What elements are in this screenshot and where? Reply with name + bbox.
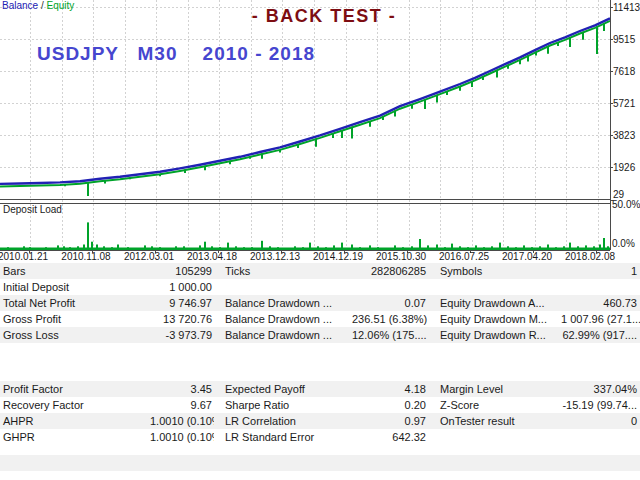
table-spacer bbox=[0, 445, 640, 455]
stat-label: Balance Drawdown ... bbox=[214, 295, 352, 311]
stat-label: Equity Drawdown A... bbox=[428, 295, 561, 311]
stat-label: Gross Loss bbox=[0, 327, 150, 343]
stat-label bbox=[428, 429, 561, 445]
x-axis-tick: 2017.04.20 bbox=[498, 251, 556, 262]
balance-equity-chart[interactable]: Balance / Equity - BACK TEST - USDJPY M3… bbox=[0, 0, 640, 263]
stats-row: Gross Profit13 720.76Balance Drawdown ..… bbox=[0, 311, 640, 327]
stat-value: -15.19 (99.74... bbox=[561, 397, 640, 413]
stat-value: 642.32 bbox=[352, 429, 428, 445]
stat-label: Equity Drawdown M... bbox=[428, 311, 561, 327]
stat-value: 105299 bbox=[150, 263, 214, 279]
stat-value bbox=[561, 279, 640, 295]
x-axis-tick: 2013.04.18 bbox=[183, 251, 241, 262]
stats-row: AHPR1.0010 (0.10%)LR Correlation0.97OnTe… bbox=[0, 413, 640, 429]
chart-canvas bbox=[0, 0, 640, 263]
stats-row: Initial Deposit1 000.00 bbox=[0, 279, 640, 295]
stats-row: Total Net Profit9 746.97Balance Drawdown… bbox=[0, 295, 640, 311]
stat-value: 62.99% (917.... bbox=[561, 327, 640, 343]
x-axis-tick: 2013.12.13 bbox=[246, 251, 304, 262]
deposit-axis-min: 0.0% bbox=[612, 238, 635, 249]
stat-value: 337.04% bbox=[561, 381, 640, 397]
x-axis-tick: 2015.10.30 bbox=[372, 251, 430, 262]
stat-label: Profit Factor bbox=[0, 381, 150, 397]
stat-label bbox=[0, 455, 150, 471]
stat-label bbox=[428, 279, 561, 295]
stat-value: 1 007.96 (27.1... bbox=[561, 311, 640, 327]
x-axis-tick: 2010.11.08 bbox=[57, 251, 115, 262]
stat-value: 0.97 bbox=[352, 413, 428, 429]
stat-value: -3 973.79 bbox=[150, 327, 214, 343]
stat-value: 13 720.76 bbox=[150, 311, 214, 327]
y-axis-tick: 3823 bbox=[613, 130, 640, 141]
stat-value: 9.67 bbox=[150, 397, 214, 413]
stats-row bbox=[0, 455, 640, 471]
stat-value: 0.07 bbox=[352, 295, 428, 311]
stat-label: Expected Payoff bbox=[214, 381, 352, 397]
stat-label: LR Correlation bbox=[214, 413, 352, 429]
stat-label: Symbols bbox=[428, 263, 561, 279]
stat-label: Balance Drawdown ... bbox=[214, 327, 352, 343]
stat-label: Equity Drawdown R... bbox=[428, 327, 561, 343]
deposit-load-label: Deposit Load bbox=[3, 204, 62, 215]
stat-label: Gross Profit bbox=[0, 311, 150, 327]
stat-value: 9 746.97 bbox=[150, 295, 214, 311]
stat-value bbox=[150, 455, 214, 471]
stat-value: 3.45 bbox=[150, 381, 214, 397]
backtest-stats-table: Bars105299Ticks282806285Symbols1Initial … bbox=[0, 263, 640, 471]
stat-value: 1 000.00 bbox=[150, 279, 214, 295]
stat-value: 1.0010 (0.10%) bbox=[150, 413, 214, 429]
y-axis-tick: 9515 bbox=[613, 34, 640, 45]
stat-label: Ticks bbox=[214, 263, 352, 279]
stat-value: 1.0010 (0.10%) bbox=[150, 429, 214, 445]
stat-value: 1 bbox=[561, 263, 640, 279]
y-axis-tick: 11413 bbox=[613, 2, 640, 13]
stats-row: Gross Loss-3 973.79Balance Drawdown ...1… bbox=[0, 327, 640, 343]
stat-value: 0 bbox=[561, 413, 640, 429]
stat-label: Initial Deposit bbox=[0, 279, 150, 295]
stat-value bbox=[352, 455, 428, 471]
stat-value: 4.18 bbox=[352, 381, 428, 397]
backtest-report-window: { "legend": {"balance": "Balance", "sepa… bbox=[0, 0, 640, 480]
stat-label: Balance Drawdown ... bbox=[214, 311, 352, 327]
x-axis-tick: 2016.07.25 bbox=[435, 251, 493, 262]
stat-value: 282806285 bbox=[352, 263, 428, 279]
stat-value bbox=[561, 429, 640, 445]
y-axis-tick: 1926 bbox=[613, 162, 640, 173]
stat-label: Z-Score bbox=[428, 397, 561, 413]
stats-row: Bars105299Ticks282806285Symbols1 bbox=[0, 263, 640, 279]
stat-label bbox=[214, 279, 352, 295]
stat-label: OnTester result bbox=[428, 413, 561, 429]
stat-value: 0.20 bbox=[352, 397, 428, 413]
deposit-axis-max: 50.0% bbox=[612, 199, 640, 210]
x-axis-tick: 2010.01.21 bbox=[0, 251, 52, 262]
stat-value bbox=[352, 279, 428, 295]
table-spacer bbox=[0, 343, 640, 381]
stat-label: LR Standard Error bbox=[214, 429, 352, 445]
chart-title: - BACK TEST - bbox=[0, 6, 640, 27]
stat-label: AHPR bbox=[0, 413, 150, 429]
stat-value: 236.51 (6.38%) bbox=[352, 311, 428, 327]
stat-label: GHPR bbox=[0, 429, 150, 445]
x-axis-tick: 2014.12.19 bbox=[309, 251, 367, 262]
y-axis-tick: 5721 bbox=[613, 98, 640, 109]
stat-label: Margin Level bbox=[428, 381, 561, 397]
stats-row: Profit Factor3.45Expected Payoff4.18Marg… bbox=[0, 381, 640, 397]
stat-label bbox=[428, 455, 561, 471]
stat-value bbox=[561, 455, 640, 471]
stats-row: GHPR1.0010 (0.10%)LR Standard Error642.3… bbox=[0, 429, 640, 445]
x-axis-tick: 2012.03.01 bbox=[120, 251, 178, 262]
stat-label: Bars bbox=[0, 263, 150, 279]
stats-row: Recovery Factor9.67Sharpe Ratio0.20Z-Sco… bbox=[0, 397, 640, 413]
stat-label bbox=[214, 455, 352, 471]
stat-value: 12.06% (175.... bbox=[352, 327, 428, 343]
y-axis-tick: 7618 bbox=[613, 66, 640, 77]
stat-label: Recovery Factor bbox=[0, 397, 150, 413]
stat-value: 460.73 bbox=[561, 295, 640, 311]
stat-label: Total Net Profit bbox=[0, 295, 150, 311]
x-axis-tick: 2018.02.08 bbox=[561, 251, 619, 262]
stat-label: Sharpe Ratio bbox=[214, 397, 352, 413]
chart-subtitle: USDJPY M30 2010 - 2018 bbox=[37, 43, 315, 65]
